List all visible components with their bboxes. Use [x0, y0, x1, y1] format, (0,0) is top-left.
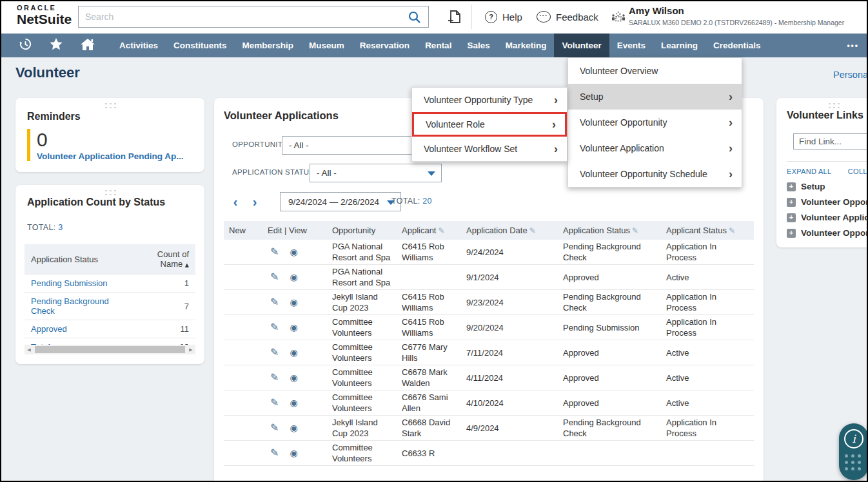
date-range-select[interactable]: 9/24/2024 — 2/26/2024: [280, 192, 401, 211]
status-link[interactable]: Approved: [25, 320, 128, 338]
expand-plus-icon[interactable]: +: [787, 213, 796, 222]
edit-row-icon[interactable]: ✎: [270, 346, 279, 358]
drag-handle-icon[interactable]: [104, 102, 117, 108]
links-tree-item[interactable]: + Volunteer Oppor: [787, 228, 868, 238]
view-row-icon[interactable]: ◉: [290, 423, 297, 433]
apps-grid-icon[interactable]: [845, 454, 863, 472]
new-cell: [224, 416, 262, 441]
nav-tab[interactable]: Rental: [417, 34, 459, 57]
applicant-status-cell: Application In Process: [661, 290, 754, 315]
setup-submenu-item[interactable]: Volunteer Workflow Set ›: [412, 137, 567, 161]
edit-column-icon[interactable]: ✎: [729, 226, 735, 235]
col-applicant-status[interactable]: Applicant Status✎: [661, 221, 754, 240]
edit-column-icon[interactable]: ✎: [529, 226, 536, 235]
volunteer-menu-item[interactable]: Volunteer Application ›: [568, 135, 742, 161]
col-new[interactable]: New: [224, 221, 262, 240]
nav-tab[interactable]: Museum: [301, 34, 352, 57]
nav-tab[interactable]: Activities: [112, 34, 166, 57]
search-input[interactable]: [79, 6, 428, 27]
nav-tab[interactable]: Constituents: [166, 34, 235, 57]
edit-row-icon[interactable]: ✎: [270, 246, 279, 258]
status-link[interactable]: Pending Background Check: [25, 293, 128, 320]
view-row-icon[interactable]: ◉: [290, 347, 297, 358]
help-button[interactable]: ? Help: [485, 0, 522, 34]
nav-tab[interactable]: Events: [609, 34, 653, 57]
setup-submenu-item[interactable]: Volunteer Opportunity Type ›: [412, 88, 567, 112]
view-row-icon[interactable]: ◉: [290, 247, 297, 257]
edit-row-icon[interactable]: ✎: [270, 321, 279, 333]
view-row-icon[interactable]: ◉: [290, 372, 297, 383]
total-value-link[interactable]: 20: [422, 197, 432, 206]
edit-row-icon[interactable]: ✎: [270, 271, 279, 283]
col-application-date[interactable]: Application Date✎: [461, 221, 558, 240]
view-row-icon[interactable]: ◉: [290, 398, 297, 408]
shortcuts-star-icon[interactable]: [48, 37, 64, 54]
col-edit-view[interactable]: Edit | View: [262, 221, 327, 240]
expand-plus-icon[interactable]: +: [787, 229, 796, 238]
edit-column-icon[interactable]: ✎: [632, 226, 638, 235]
links-tree-item[interactable]: + Volunteer Oppor: [787, 197, 868, 207]
expand-plus-icon[interactable]: +: [787, 198, 796, 207]
edit-row-icon[interactable]: ✎: [270, 296, 279, 308]
nav-tab[interactable]: Reservation: [352, 34, 417, 57]
scroll-left-icon[interactable]: ◀: [25, 347, 34, 352]
col-applicant[interactable]: Applicant✎: [397, 221, 461, 240]
scroll-right-icon[interactable]: ▶: [186, 347, 195, 352]
user-menu[interactable]: Amy Wilson SARALUX M360 DEMO 2.0 (TSTDRV…: [629, 5, 844, 26]
col-opportunity[interactable]: Opportunity: [327, 221, 397, 240]
feedback-button[interactable]: ··· Feedback: [537, 0, 598, 34]
collapse-all-link[interactable]: COLLAPS: [848, 168, 868, 175]
edit-row-icon[interactable]: ✎: [270, 447, 279, 459]
nav-tab[interactable]: Learning: [653, 34, 705, 57]
navbar-overflow-icon[interactable]: •••: [847, 34, 859, 57]
horizontal-scrollbar[interactable]: ◀ ▶: [25, 345, 195, 354]
edit-column-icon[interactable]: ✎: [438, 226, 444, 235]
nav-tab[interactable]: Membership: [235, 34, 302, 57]
volunteer-menu-item[interactable]: Volunteer Overview ›: [568, 58, 742, 84]
view-row-icon[interactable]: ◉: [290, 272, 297, 282]
global-search: [78, 6, 429, 28]
nav-tab[interactable]: Volunteer: [554, 34, 609, 57]
nav-tab[interactable]: Sales: [459, 34, 497, 57]
links-tree-item[interactable]: + Setup: [787, 182, 868, 191]
links-tree-item[interactable]: + Volunteer Applic: [787, 213, 868, 222]
nav-tab[interactable]: Marketing: [498, 34, 555, 57]
view-row-icon[interactable]: ◉: [290, 448, 297, 458]
info-icon[interactable]: i: [844, 429, 863, 448]
drag-handle-icon[interactable]: [104, 189, 117, 195]
total-value-link[interactable]: 3: [58, 223, 63, 232]
col-application-status[interactable]: Application Status✎: [558, 221, 661, 240]
application-status-filter-select[interactable]: - All -: [310, 164, 442, 182]
nav-tab[interactable]: Credentials: [705, 34, 769, 57]
prev-period-icon[interactable]: ‹: [226, 195, 245, 208]
netsuite-logo[interactable]: ORACLE NetSuite: [17, 5, 72, 26]
new-cell: [224, 290, 262, 315]
col-count-of-name[interactable]: Count of Name ▲: [128, 244, 195, 275]
expand-plus-icon[interactable]: +: [787, 182, 796, 191]
links-tree: + Setup + Volunteer Oppor + Volunteer Ap…: [787, 182, 868, 244]
applicant-cell: C6776 Mary Hills: [397, 340, 461, 365]
col-application-status[interactable]: Application Status: [25, 244, 128, 275]
search-icon[interactable]: [408, 10, 422, 27]
next-period-icon[interactable]: ›: [245, 195, 264, 208]
edit-row-icon[interactable]: ✎: [270, 421, 279, 434]
view-row-icon[interactable]: ◉: [290, 322, 297, 333]
volunteer-menu-item[interactable]: Volunteer Opportunity ›: [568, 110, 742, 135]
edit-row-icon[interactable]: ✎: [270, 396, 279, 409]
find-link-input[interactable]: [793, 133, 868, 149]
recent-records-icon[interactable]: [18, 37, 33, 54]
home-icon[interactable]: [79, 37, 96, 55]
drag-handle-icon[interactable]: [827, 102, 840, 108]
volunteer-menu-item[interactable]: Setup ›: [568, 84, 742, 110]
scrollbar-thumb[interactable]: [35, 346, 185, 353]
status-link[interactable]: Pending Submission: [25, 275, 128, 293]
personalize-link[interactable]: Persona: [833, 70, 868, 80]
view-row-icon[interactable]: ◉: [290, 297, 297, 307]
reminder-link[interactable]: Volunteer Application Pending Ap...: [37, 151, 184, 161]
roles-icon[interactable]: [611, 10, 626, 26]
quick-add-icon[interactable]: [446, 8, 463, 25]
volunteer-menu-item[interactable]: Volunteer Opportunity Schedule ›: [568, 161, 742, 187]
expand-all-link[interactable]: EXPAND ALL: [787, 168, 831, 175]
setup-submenu-item[interactable]: Volunteer Role ›: [412, 112, 567, 137]
edit-row-icon[interactable]: ✎: [270, 371, 279, 383]
